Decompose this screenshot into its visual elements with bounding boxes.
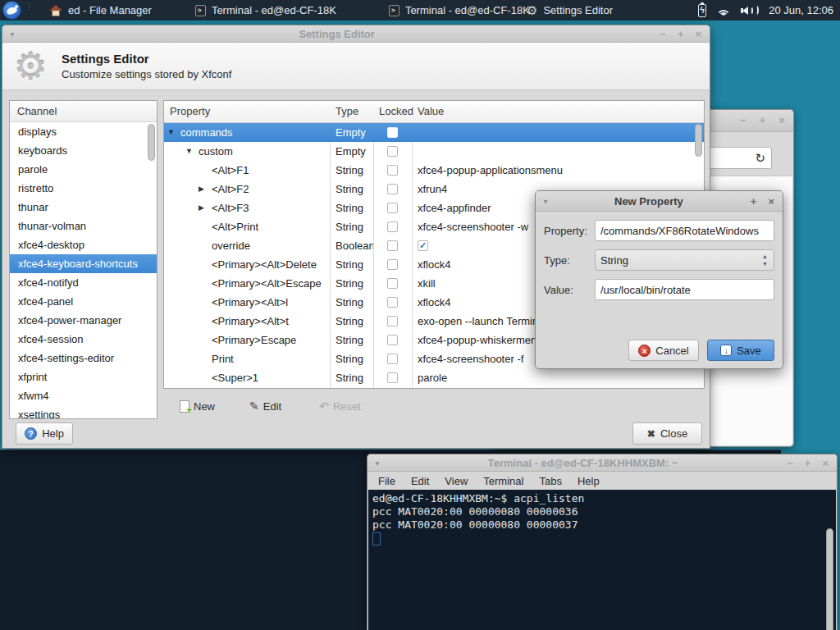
expander-closed-icon[interactable]: ▶: [199, 180, 212, 199]
expander-closed-icon[interactable]: ▶: [199, 199, 212, 217]
dialog-title: New Property: [555, 195, 742, 208]
menu-item-tabs[interactable]: Tabs: [539, 475, 561, 487]
taskbar-item[interactable]: >Terminal - ed@ed-CF-18KHH...: [190, 0, 341, 21]
dialog-titlebar[interactable]: ▾ New Property + ×: [536, 191, 783, 212]
channel-item-parole[interactable]: parole: [10, 160, 157, 179]
locked-checkbox[interactable]: [387, 221, 398, 232]
property-row[interactable]: <Super>1Stringparole: [164, 368, 704, 387]
channel-item-keyboards[interactable]: keyboards: [10, 141, 157, 160]
value-field[interactable]: [595, 279, 774, 300]
value-checkbox[interactable]: ✓: [418, 240, 428, 251]
close-icon[interactable]: ×: [695, 28, 701, 40]
undo-icon: ↶: [319, 399, 329, 413]
maximize-icon[interactable]: +: [751, 195, 757, 208]
menu-item-view[interactable]: View: [445, 475, 468, 487]
locked-checkbox[interactable]: [387, 354, 398, 364]
channel-item-xsettings[interactable]: xsettings: [10, 405, 157, 419]
channel-item-thunar[interactable]: thunar: [10, 198, 157, 217]
column-header-value[interactable]: Value: [412, 101, 704, 122]
battery-icon[interactable]: ϟ: [698, 4, 706, 17]
property-field[interactable]: [595, 220, 774, 241]
type-select[interactable]: String ▲▼: [595, 249, 774, 271]
locked-checkbox[interactable]: [387, 146, 398, 157]
settings-editor-titlebar[interactable]: ▾ Settings Editor − + ×: [2, 25, 710, 43]
window-menu-icon[interactable]: ▾: [536, 197, 555, 206]
wifi-icon[interactable]: [716, 5, 731, 16]
minimize-icon[interactable]: −: [660, 28, 666, 40]
locked-checkbox[interactable]: [387, 203, 398, 213]
cancel-button[interactable]: × Cancel: [628, 340, 699, 361]
property-type: Boolean: [330, 236, 373, 255]
channel-column-header[interactable]: Channel: [10, 101, 157, 122]
terminal-titlebar[interactable]: ▾ Terminal - ed@ed-CF-18KHHMXBM: ~ − + ×: [368, 454, 837, 472]
channel-item-xfwm4[interactable]: xfwm4: [10, 386, 157, 405]
locked-checkbox[interactable]: [387, 184, 398, 194]
close-icon[interactable]: ×: [822, 457, 829, 469]
property-value: xfce4-appfinder: [418, 199, 491, 217]
save-button[interactable]: ↓ Save: [707, 340, 774, 361]
close-icon[interactable]: ×: [778, 114, 785, 126]
maximize-icon[interactable]: +: [805, 457, 811, 469]
maximize-icon[interactable]: +: [678, 28, 684, 40]
locked-checkbox[interactable]: [387, 335, 398, 345]
maximize-icon[interactable]: +: [760, 114, 766, 126]
applications-menu-icon[interactable]: [2, 1, 21, 20]
column-header-property[interactable]: Property: [164, 101, 330, 122]
channel-item-xfprint[interactable]: xfprint: [10, 368, 157, 386]
panel-clock[interactable]: 20 Jun, 12:06: [769, 4, 833, 16]
locked-checkbox[interactable]: [387, 278, 398, 289]
channel-item-ristretto[interactable]: ristretto: [10, 179, 157, 198]
spinner-arrows-icon[interactable]: ▲▼: [762, 253, 768, 267]
menu-item-file[interactable]: File: [378, 475, 395, 487]
volume-icon[interactable]: [741, 5, 759, 16]
window-menu-icon[interactable]: ▾: [368, 459, 387, 468]
channel-item-xfce4-desktop[interactable]: xfce4-desktop: [10, 235, 157, 254]
expander-open-icon[interactable]: ▼: [185, 142, 199, 161]
channel-item-xfce4-session[interactable]: xfce4-session: [10, 330, 157, 349]
reset-button[interactable]: ↶ Reset: [319, 399, 361, 413]
locked-checkbox[interactable]: [387, 372, 398, 383]
menu-item-edit[interactable]: Edit: [411, 475, 429, 487]
locked-checkbox[interactable]: [387, 165, 398, 176]
expander-open-icon[interactable]: ▼: [167, 123, 180, 142]
property-name: <Primary><Alt>Delete: [212, 255, 317, 274]
channel-item-thunar-volman[interactable]: thunar-volman: [10, 217, 157, 235]
locked-checkbox[interactable]: [387, 259, 398, 270]
property-row[interactable]: ▼customEmpty: [164, 142, 704, 161]
window-menu-icon[interactable]: ▾: [2, 30, 22, 39]
column-header-locked[interactable]: Locked: [373, 101, 412, 122]
new-button[interactable]: + New: [180, 400, 215, 413]
edit-button[interactable]: ✎ Edit: [249, 399, 281, 413]
channel-item-xfce4-notifyd[interactable]: xfce4-notifyd: [10, 273, 157, 292]
channel-item-xfce4-power-manager[interactable]: xfce4-power-manager: [10, 311, 157, 330]
close-button[interactable]: ✖ Close: [632, 422, 702, 445]
locked-checkbox[interactable]: [387, 316, 398, 326]
gear-icon: ⚙: [9, 46, 52, 87]
terminal-scrollbar[interactable]: [826, 528, 833, 630]
taskbar-item[interactable]: ⚙Settings Editor: [522, 0, 622, 21]
locked-checkbox[interactable]: [387, 240, 398, 251]
menu-item-help[interactable]: Help: [578, 475, 600, 487]
property-name: Print: [212, 349, 234, 368]
close-icon[interactable]: ×: [768, 195, 774, 208]
channel-item-xfce4-keyboard-shortcuts[interactable]: xfce4-keyboard-shortcuts: [10, 254, 157, 273]
column-header-type[interactable]: Type: [330, 101, 373, 122]
locked-checkbox[interactable]: [387, 297, 398, 308]
help-button[interactable]: ? Help: [16, 422, 73, 445]
channel-item-xfce4-panel[interactable]: xfce4-panel: [10, 292, 157, 311]
property-row[interactable]: ▼commandsEmpty: [164, 123, 704, 142]
property-scrollbar[interactable]: [695, 124, 702, 157]
property-row[interactable]: <Alt>F1Stringxfce4-popup-applicationsmen…: [164, 161, 704, 180]
taskbar-item[interactable]: >Terminal - ed@ed-CF-18KHH...: [384, 0, 535, 21]
minimize-icon[interactable]: −: [787, 457, 793, 469]
channel-item-displays[interactable]: displays: [10, 122, 157, 141]
channel-item-xfce4-settings-editor[interactable]: xfce4-settings-editor: [10, 349, 157, 368]
locked-checkbox[interactable]: [387, 127, 398, 138]
reload-icon[interactable]: ↻: [755, 151, 765, 166]
taskbar-item[interactable]: ed - File Manager: [44, 0, 177, 21]
menu-item-terminal[interactable]: Terminal: [483, 475, 523, 487]
terminal-screen[interactable]: ed@ed-CF-18KHHMXBM:~$ acpi_listenpcc MAT…: [368, 490, 836, 630]
minimize-icon[interactable]: −: [740, 114, 746, 126]
channel-scrollbar[interactable]: [148, 124, 155, 161]
property-type: String: [330, 217, 373, 236]
